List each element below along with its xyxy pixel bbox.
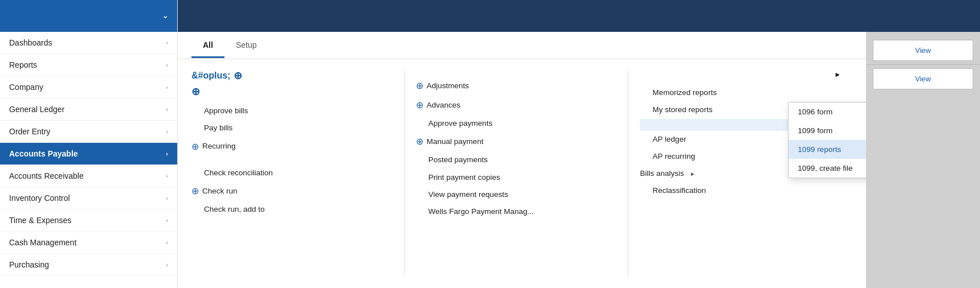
sidebar-arrow-icon: › xyxy=(166,217,168,224)
sidebar-item-label: Reports xyxy=(9,60,37,69)
right-panel-view-button-0[interactable]: View xyxy=(873,40,973,61)
sidebar-item-label: Dashboards xyxy=(9,38,52,47)
sidebar-item-label: Inventory Control xyxy=(9,194,70,203)
sidebar-arrow-icon: › xyxy=(166,39,168,46)
1096-1099-flyout: 1096 form1099 form1099 reports☆1099, cre… xyxy=(788,102,866,178)
sidebar-arrow-icon: › xyxy=(166,195,168,201)
payments-items: ⊕Adjustments⊕AdvancesApprove payments⊕Ma… xyxy=(416,76,617,220)
payments-item-advances[interactable]: ⊕Advances xyxy=(416,96,617,115)
sidebar-item-label: Order Entry xyxy=(9,127,50,136)
custom-views-section: ► xyxy=(640,71,841,79)
flyout-item-1099-form[interactable]: 1099 form xyxy=(789,121,866,140)
sidebar-arrow-icon: › xyxy=(166,261,168,268)
sidebar-arrow-icon: › xyxy=(166,61,168,68)
right-panel: ViewView xyxy=(866,0,980,288)
sidebar-item-time---expenses[interactable]: Time & Expenses› xyxy=(0,209,177,232)
plus-icon: ⊕ xyxy=(416,98,423,112)
bills-items: Approve billsPay bills⊕Recurring xyxy=(191,102,393,157)
bills-item-pay-bills[interactable]: Pay bills xyxy=(191,120,393,137)
plus-icon: ⊕ xyxy=(416,79,423,93)
sidebar-arrow-icon: › xyxy=(166,239,168,246)
sidebar-items-list: Dashboards›Reports›Company›General Ledge… xyxy=(0,32,177,276)
checks-item-check-run[interactable]: ⊕Check run xyxy=(191,182,393,201)
menu-col-1: &#oplus; ⊕ ⊕ Approve billsPay bills⊕Recu… xyxy=(191,71,404,277)
flyout-item-1099-reports[interactable]: 1099 reports☆ xyxy=(789,140,866,159)
sidebar-item-label: Purchasing xyxy=(9,260,49,269)
sidebar-item-reports[interactable]: Reports› xyxy=(0,54,177,76)
tabs: AllSetup xyxy=(191,32,268,58)
payments-item-wells-fargo-payment-manag---[interactable]: Wells Fargo Payment Manag... xyxy=(416,203,617,220)
plus-icon: ⊕ xyxy=(191,140,199,154)
sidebar-arrow-icon: › xyxy=(166,172,168,179)
tab-bar: AllSetup xyxy=(178,32,866,59)
flyout-item-1099--create-file[interactable]: 1099, create file xyxy=(789,159,866,178)
menu-columns: &#oplus; ⊕ ⊕ Approve billsPay bills⊕Recu… xyxy=(178,59,866,288)
sidebar-item-label: Time & Expenses xyxy=(9,216,71,225)
main-content: AllSetup &#oplus; ⊕ ⊕ Approve bill xyxy=(178,0,866,288)
sidebar-item-label: Cash Management xyxy=(9,238,76,247)
right-panel-view-button-1[interactable]: View xyxy=(873,68,973,89)
sidebar-arrow-icon: › xyxy=(166,84,168,90)
sidebar: ⌄ Dashboards›Reports›Company›General Led… xyxy=(0,0,178,288)
right-panel-top-bar xyxy=(866,0,980,32)
sidebar-item-general-ledger[interactable]: General Ledger› xyxy=(0,98,177,121)
tab-all[interactable]: All xyxy=(191,32,224,58)
1096-1099-section: ► 1096 form1099 form1099 reports☆1099, c… xyxy=(640,119,841,131)
payments-item-manual-payment[interactable]: ⊕Manual payment xyxy=(416,132,617,151)
top-bar xyxy=(178,0,866,32)
reports-item-memorized-reports[interactable]: Memorized reports xyxy=(640,84,841,101)
plus-icon: ⊕ xyxy=(191,184,199,198)
checks-item-check-reconciliation[interactable]: Check reconciliation xyxy=(191,164,393,182)
checks-section: Check reconciliation⊕Check runCheck run,… xyxy=(191,164,393,219)
menu-col-2: ⊕Adjustments⊕AdvancesApprove payments⊕Ma… xyxy=(404,71,628,277)
sidebar-item-dashboards[interactable]: Dashboards› xyxy=(0,32,177,54)
menu-col-3: ► Memorized reportsMy stored reports ► 1… xyxy=(628,71,852,277)
payments-item-print-payment-copies[interactable]: Print payment copies xyxy=(416,169,617,186)
sidebar-item-order-entry[interactable]: Order Entry› xyxy=(0,121,177,143)
submenu-arrow-icon: ► xyxy=(690,170,696,178)
sidebar-item-label: General Ledger xyxy=(9,105,64,114)
plus-icon: ⊕ xyxy=(416,135,423,149)
bills-item-approve-bills[interactable]: Approve bills xyxy=(191,102,393,120)
sidebar-item-accounts-receivable[interactable]: Accounts Receivable› xyxy=(0,165,177,187)
form-item-reclassification[interactable]: Reclassification xyxy=(640,182,841,199)
sidebar-item-label: Accounts Payable xyxy=(9,149,78,158)
tab-setup[interactable]: Setup xyxy=(224,32,268,58)
sidebar-arrow-icon: › xyxy=(166,106,168,113)
sidebar-item-label: Accounts Receivable xyxy=(9,171,84,180)
vendors-section-title: &#oplus; ⊕ xyxy=(191,71,393,81)
sidebar-item-accounts-payable[interactable]: Accounts Payable› xyxy=(0,143,177,165)
payments-item-adjustments[interactable]: ⊕Adjustments xyxy=(416,76,617,96)
sidebar-item-label: Company xyxy=(9,83,43,92)
payments-item-approve-payments[interactable]: Approve payments xyxy=(416,115,617,132)
payments-item-posted-payments[interactable]: Posted payments xyxy=(416,151,617,168)
bills-section-title: ⊕ xyxy=(191,87,393,97)
sidebar-item-cash-management[interactable]: Cash Management› xyxy=(0,232,177,254)
checks-items: Check reconciliation⊕Check runCheck run,… xyxy=(191,164,393,219)
right-panel-divider xyxy=(866,64,980,65)
sidebar-header[interactable]: ⌄ xyxy=(0,0,177,32)
bills-item-recurring[interactable]: ⊕Recurring xyxy=(191,137,393,157)
sidebar-item-purchasing[interactable]: Purchasing› xyxy=(0,254,177,276)
right-panel-buttons: ViewView xyxy=(866,32,980,97)
flyout-item-1096-form[interactable]: 1096 form xyxy=(789,102,866,121)
sidebar-arrow-icon: › xyxy=(166,150,168,157)
sidebar-arrow-icon: › xyxy=(166,128,168,135)
custom-views-arrow-icon: ► xyxy=(834,71,841,79)
sidebar-item-inventory-control[interactable]: Inventory Control› xyxy=(0,187,177,209)
checks-item-check-run--add-to[interactable]: Check run, add to xyxy=(191,201,393,218)
sidebar-chevron-icon: ⌄ xyxy=(162,12,168,20)
sidebar-item-company[interactable]: Company› xyxy=(0,76,177,98)
payments-item-view-payment-requests[interactable]: View payment requests xyxy=(416,186,617,203)
